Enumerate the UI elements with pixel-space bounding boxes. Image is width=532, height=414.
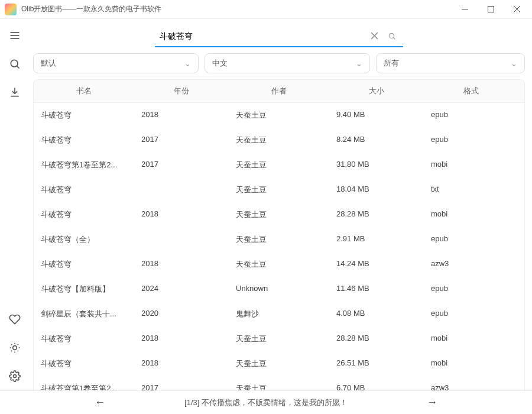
cell-format: epub (424, 234, 524, 245)
cell-year: 2018 (134, 334, 229, 344)
table-row[interactable]: 斗破苍穹2018天蚕土豆9.40 MBepub (34, 103, 524, 128)
cell-name: 斗破苍穹 (34, 135, 134, 145)
cell-size: 28.28 MB (329, 209, 424, 220)
cell-year: 2018 (134, 209, 229, 220)
svg-line-17 (11, 351, 12, 351)
search-nav-button[interactable] (9, 58, 21, 70)
cell-format: epub (424, 110, 524, 121)
sidebar (0, 19, 30, 390)
table-row[interactable]: 斗破苍穹天蚕土豆18.04 MBtxt (34, 177, 524, 202)
cell-format: epub (424, 309, 524, 319)
format-select[interactable]: 所有 ⌄ (376, 53, 525, 73)
cell-author: 天蚕土豆 (229, 383, 329, 390)
table-row[interactable]: 斗破苍穹2018天蚕土豆14.24 MBazw3 (34, 252, 524, 277)
chevron-down-icon: ⌄ (184, 59, 191, 68)
cell-name: 斗破苍穹（全） (34, 234, 134, 245)
sort-select-label: 默认 (41, 58, 184, 69)
svg-point-22 (389, 33, 394, 38)
language-select-label: 中文 (212, 58, 356, 69)
table-row[interactable]: 剑碎星辰（套装共十...2020鬼舞沙4.08 MBepub (34, 302, 524, 326)
cell-format: azw3 (424, 383, 524, 390)
titlebar: Olib开放图书——一款永久免费的电子书软件 (0, 0, 532, 19)
cell-author: 天蚕土豆 (229, 110, 329, 121)
table-body[interactable]: 斗破苍穹2018天蚕土豆9.40 MBepub斗破苍穹2017天蚕土豆8.24 … (33, 103, 525, 390)
footer: ← [1/3] 不传播焦虑，不贩卖情绪，这是我的所愿！ → (0, 390, 532, 414)
svg-line-8 (17, 66, 19, 68)
cell-author: 天蚕土豆 (229, 234, 329, 245)
table-header: 书名 年份 作者 大小 格式 (33, 79, 525, 103)
cell-year: 2018 (134, 110, 229, 121)
window-title: Olib开放图书——一款永久免费的电子书软件 (21, 4, 452, 14)
cell-format: mobi (424, 209, 524, 220)
cell-size: 28.28 MB (329, 334, 424, 344)
col-format: 格式 (424, 80, 518, 102)
cell-author: 天蚕土豆 (229, 259, 329, 270)
maximize-button[interactable] (478, 0, 504, 19)
cell-size: 18.04 MB (329, 185, 424, 195)
cell-name: 剑碎星辰（套装共十... (34, 309, 134, 319)
svg-point-10 (13, 346, 17, 350)
cell-author: 天蚕土豆 (229, 160, 329, 170)
svg-point-19 (14, 375, 17, 378)
table-row[interactable]: 斗破苍穹2018天蚕土豆28.28 MBmobi (34, 202, 524, 227)
cell-size: 8.24 MB (329, 135, 424, 145)
table-row[interactable]: 斗破苍穹第1卷至第2...2017天蚕土豆6.70 MBazw3 (34, 376, 524, 390)
cell-size: 31.80 MB (329, 160, 424, 170)
cell-size: 26.51 MB (329, 358, 424, 369)
cell-name: 斗破苍穹第1卷至第2... (34, 160, 134, 170)
download-nav-button[interactable] (9, 86, 21, 98)
cell-name: 斗破苍穹 (34, 334, 134, 344)
cell-name: 斗破苍穹 (34, 209, 134, 220)
cell-author: 天蚕土豆 (229, 209, 329, 220)
cell-format: txt (424, 185, 524, 195)
cell-format: mobi (424, 358, 524, 369)
table-row[interactable]: 斗破苍穹2017天蚕土豆8.24 MBepub (34, 128, 524, 153)
cell-name: 斗破苍穹 (34, 259, 134, 270)
table-row[interactable]: 斗破苍穹2018天蚕土豆28.28 MBmobi (34, 326, 524, 351)
cell-year: 2017 (134, 160, 229, 170)
cell-size: 2.91 MB (329, 234, 424, 245)
cell-year: 2017 (134, 383, 229, 390)
cell-year: 2018 (134, 358, 229, 369)
footer-text: [1/3] 不传播焦虑，不贩卖情绪，这是我的所愿！ (184, 397, 348, 408)
table-row[interactable]: 斗破苍穹【加料版】2024Unknown11.46 MBepub (34, 277, 524, 302)
settings-button[interactable] (9, 370, 21, 382)
prev-page-button[interactable]: ← (89, 394, 111, 411)
col-size: 大小 (329, 80, 424, 102)
cell-year: 2024 (134, 284, 229, 295)
close-button[interactable] (504, 0, 530, 19)
cell-year (134, 234, 229, 245)
minimize-button[interactable] (452, 0, 478, 19)
table-row[interactable]: 斗破苍穹（全）天蚕土豆2.91 MBepub (34, 227, 524, 252)
table-row[interactable]: 斗破苍穹第1卷至第2...2017天蚕土豆31.80 MBmobi (34, 153, 524, 177)
format-select-label: 所有 (384, 58, 511, 69)
svg-rect-1 (488, 7, 494, 12)
cell-year: 2017 (134, 135, 229, 145)
svg-point-7 (11, 60, 18, 67)
svg-line-18 (18, 344, 18, 345)
cell-year: 2020 (134, 309, 229, 319)
cell-author: 天蚕土豆 (229, 185, 329, 195)
clear-search-button[interactable] (366, 30, 383, 44)
svg-line-13 (11, 344, 12, 345)
language-select[interactable]: 中文 ⌄ (205, 53, 370, 73)
cell-year: 2018 (134, 259, 229, 270)
table-row[interactable]: 斗破苍穹2018天蚕土豆26.51 MBmobi (34, 351, 524, 376)
next-page-button[interactable]: → (421, 394, 443, 411)
cell-format: mobi (424, 334, 524, 344)
chevron-down-icon: ⌄ (356, 59, 362, 68)
sort-select[interactable]: 默认 ⌄ (33, 53, 199, 73)
cell-name: 斗破苍穹第1卷至第2... (34, 383, 134, 390)
app-logo (5, 4, 17, 15)
cell-author: 天蚕土豆 (229, 334, 329, 344)
cell-size: 14.24 MB (329, 259, 424, 270)
cell-name: 斗破苍穹 (34, 358, 134, 369)
menu-button[interactable] (9, 30, 21, 41)
chevron-down-icon: ⌄ (511, 59, 517, 68)
theme-button[interactable] (9, 342, 21, 354)
cell-year (134, 185, 229, 195)
favorites-button[interactable] (9, 313, 21, 325)
search-submit-button[interactable] (383, 30, 401, 44)
col-year: 年份 (134, 80, 229, 102)
search-input[interactable] (157, 32, 366, 41)
